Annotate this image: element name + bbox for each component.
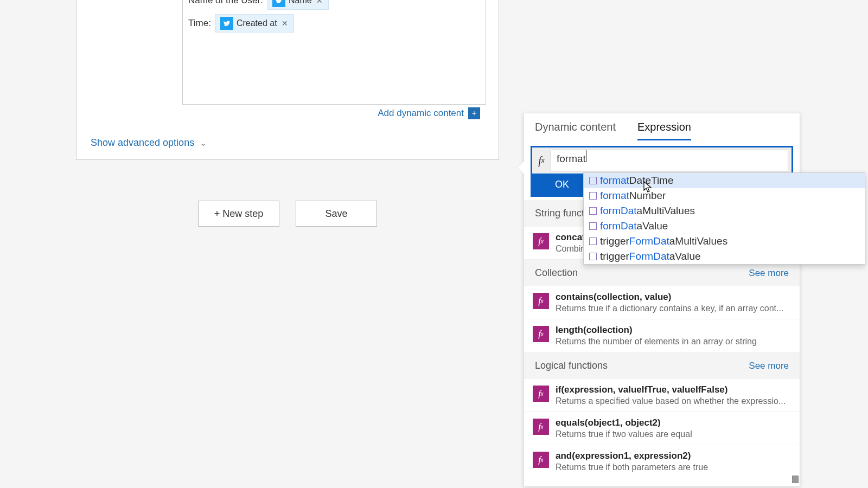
fn-signature: length(collection) — [556, 325, 791, 336]
see-more-link[interactable]: See more — [749, 361, 789, 371]
fn-description: Returns a specified value based on wheth… — [556, 396, 791, 406]
body-textarea[interactable]: Name of the User: Name ✕ Time: Created a… — [182, 0, 486, 105]
save-button[interactable]: Save — [296, 201, 377, 227]
twitter-icon — [272, 0, 285, 7]
save-label: Save — [325, 208, 347, 220]
fn-contains[interactable]: fx contains(collection, value) Returns t… — [524, 286, 800, 319]
field-label-name: Name of the User: — [188, 0, 263, 6]
fn-signature: if(expression, valueIfTrue, valueIfFalse… — [556, 384, 791, 395]
ac-item-formDataValue[interactable]: formDataValue — [584, 219, 865, 234]
fx-icon: fx — [533, 293, 549, 309]
cube-icon — [589, 253, 597, 260]
twitter-icon — [220, 17, 233, 30]
see-more-link[interactable]: See more — [749, 268, 789, 279]
ac-match: format — [600, 190, 629, 201]
fn-description: Returns true if two values are equal — [556, 429, 791, 439]
text-caret — [586, 150, 586, 162]
flow-buttons: + New step Save — [198, 201, 377, 227]
expression-input-value: format — [557, 153, 586, 164]
ac-rest: Number — [629, 190, 666, 201]
fx-icon: fx — [533, 452, 549, 468]
cube-icon — [589, 237, 597, 245]
fn-and[interactable]: fx and(expression1, expression2) Returns… — [524, 445, 800, 478]
show-advanced-options-link[interactable]: Show advanced options ⌄ — [91, 137, 207, 149]
ac-pre: trigger — [600, 251, 629, 262]
cube-icon — [589, 207, 597, 215]
show-advanced-label: Show advanced options — [91, 137, 194, 149]
ac-item-triggerFormDataMultiValues[interactable]: triggerFormDataMultiValues — [584, 234, 865, 249]
plus-icon: ＋ — [468, 107, 480, 119]
cube-icon — [589, 177, 597, 184]
token-label: Created at — [237, 18, 277, 28]
fn-signature: contains(collection, value) — [556, 292, 791, 303]
cube-icon — [589, 192, 597, 200]
token-label: Name — [289, 0, 312, 5]
expression-panel: Dynamic content Expression fx format OK … — [524, 113, 800, 487]
ac-rest: aValue — [669, 251, 701, 262]
ac-rest: aMultiValues — [669, 235, 727, 247]
fn-description: Returns true if a dictionary contains a … — [556, 304, 791, 313]
fn-signature: equals(object1, object2) — [556, 418, 791, 428]
ac-item-formDataMultiValues[interactable]: formDataMultiValues — [584, 203, 865, 219]
ac-match: formDat — [600, 205, 637, 216]
expression-input[interactable]: format — [551, 150, 788, 171]
scrollbar-thumb[interactable] — [792, 476, 799, 483]
action-card: Name of the User: Name ✕ Time: Created a… — [76, 0, 499, 160]
ok-label: OK — [555, 179, 569, 190]
fx-icon: fx — [532, 150, 551, 171]
ac-rest: aValue — [637, 220, 668, 232]
field-label-time: Time: — [188, 18, 211, 29]
fx-icon: fx — [533, 419, 549, 435]
ac-rest: DateTime — [629, 175, 674, 186]
ac-item-formatNumber[interactable]: formatNumber — [584, 188, 865, 203]
fx-icon: fx — [533, 233, 549, 249]
ac-match: FormDat — [629, 235, 669, 247]
ac-match: format — [600, 175, 629, 186]
ac-rest: aMultiValues — [637, 205, 695, 216]
fn-signature: and(expression1, expression2) — [556, 451, 791, 461]
token-created-at[interactable]: Created at ✕ — [215, 14, 294, 33]
token-remove-icon[interactable]: ✕ — [315, 0, 324, 5]
token-name[interactable]: Name ✕ — [267, 0, 329, 10]
new-step-button[interactable]: + New step — [198, 201, 279, 227]
token-remove-icon[interactable]: ✕ — [280, 19, 289, 28]
ac-match: formDat — [600, 220, 637, 232]
fn-if[interactable]: fx if(expression, valueIfTrue, valueIfFa… — [524, 379, 800, 412]
ac-item-formatDateTime[interactable]: formatDateTime — [584, 173, 865, 188]
new-step-label: + New step — [214, 208, 264, 220]
tab-dynamic-content[interactable]: Dynamic content — [535, 121, 616, 140]
cube-icon — [589, 222, 597, 230]
section-title: Collection — [535, 267, 578, 279]
ac-match: FormDat — [629, 251, 669, 262]
fx-icon: fx — [533, 386, 549, 402]
autocomplete-dropdown: formatDateTime formatNumber formDataMult… — [583, 172, 865, 265]
add-dynamic-content-link[interactable]: Add dynamic content ＋ — [378, 107, 480, 119]
chevron-down-icon: ⌄ — [200, 138, 207, 148]
fn-length[interactable]: fx length(collection) Returns the number… — [524, 319, 800, 352]
tab-expression[interactable]: Expression — [637, 121, 691, 140]
section-title: Logical functions — [535, 360, 608, 371]
ac-item-triggerFormDataValue[interactable]: triggerFormDataValue — [584, 249, 865, 264]
fn-description: Returns true if both parameters are true — [556, 463, 791, 472]
section-logical-functions: Logical functions See more — [524, 352, 800, 379]
add-dynamic-content-label: Add dynamic content — [378, 108, 464, 119]
fn-description: Returns the number of elements in an arr… — [556, 337, 791, 346]
ac-pre: trigger — [600, 235, 629, 247]
fn-equals[interactable]: fx equals(object1, object2) Returns true… — [524, 412, 800, 445]
fx-icon: fx — [533, 326, 549, 342]
